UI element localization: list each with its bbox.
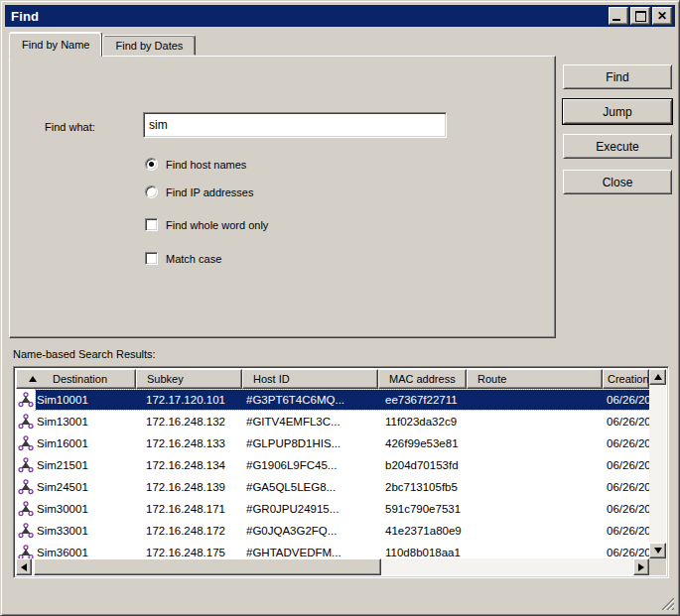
close-action-button[interactable]: Close [563, 170, 672, 194]
titlebar[interactable]: Find ✕ [5, 5, 675, 27]
host-icon-cell [16, 414, 36, 430]
cell-destination: Sim10001 [36, 394, 136, 406]
cell-creation: 06/26/201 [603, 547, 649, 558]
minimize-button[interactable] [609, 7, 628, 25]
results-table: Destination Subkey Host ID MAC address R… [13, 366, 669, 578]
host-network-icon [18, 545, 34, 558]
horizontal-scroll-thumb[interactable] [34, 558, 381, 575]
cell-subkey: 172.16.248.172 [136, 525, 242, 537]
radio-button-icon[interactable] [145, 158, 158, 171]
vertical-scrollbar[interactable] [649, 369, 666, 558]
horizontal-scroll-track[interactable] [381, 558, 633, 575]
table-rows: Sim10001172.17.120.101#G3PT6T4C6MQ...ee7… [16, 389, 649, 558]
results-label: Name-based Search Results: [13, 348, 156, 360]
host-network-icon [18, 435, 34, 451]
scroll-right-button[interactable] [633, 558, 649, 575]
host-icon-cell [16, 545, 36, 558]
cell-destination: Sim36001 [36, 547, 136, 558]
cell-subkey: 172.16.248.171 [136, 503, 242, 515]
cell-mac_address: 2bc713105fb5 [378, 481, 467, 493]
scroll-down-button[interactable] [649, 543, 666, 558]
cell-subkey: 172.16.248.139 [136, 481, 242, 493]
host-icon-cell [16, 501, 36, 517]
jump-button[interactable]: Jump [563, 99, 672, 124]
radio-find-host-names[interactable]: Find host names [145, 158, 246, 171]
scroll-left-button[interactable] [16, 558, 32, 575]
column-header-destination[interactable]: Destination [16, 369, 136, 389]
table-row[interactable]: Sim13001172.16.248.132#GITV4EMFL3C...11f… [16, 411, 649, 432]
cell-host_id: #GLPUP8D1HIS... [242, 437, 378, 449]
column-header-route[interactable]: Route [467, 369, 603, 389]
cell-host_id: #GHTADVEDFM... [242, 547, 378, 558]
checkbox-icon[interactable] [145, 218, 158, 231]
host-icon-cell [16, 392, 36, 408]
checkbox-find-whole-word[interactable]: Find whole word only [145, 218, 268, 231]
resize-grip[interactable] [659, 595, 674, 610]
cell-host_id: #GITV4EMFL3C... [242, 416, 378, 428]
vertical-scroll-track[interactable] [649, 385, 666, 543]
cell-destination: Sim16001 [36, 437, 136, 449]
table-row[interactable]: Sim16001172.16.248.133#GLPUP8D1HIS...426… [16, 432, 649, 454]
table-row[interactable]: Sim36001172.16.248.175#GHTADVEDFM...110d… [16, 542, 649, 558]
minimize-icon [612, 19, 620, 21]
host-icon-cell [16, 479, 36, 495]
host-icon-cell [16, 523, 36, 539]
maximize-icon [635, 11, 646, 22]
table-row[interactable]: Sim30001172.16.248.171#GR0JPU24915...591… [16, 498, 649, 520]
cell-creation: 06/26/201 [603, 503, 649, 515]
table-row[interactable]: Sim33001172.16.248.172#G0JQA3G2FQ...41e2… [16, 520, 649, 542]
scroll-up-button[interactable] [649, 369, 666, 385]
arrow-up-icon [654, 374, 662, 380]
tab-find-by-dates[interactable]: Find by Dates [102, 35, 196, 56]
cell-subkey: 172.16.248.175 [136, 547, 242, 558]
cell-mac_address: 41e2371a80e9 [378, 525, 467, 537]
cell-mac_address: 110d8b018aa1 [378, 547, 467, 558]
column-header-creation[interactable]: Creation ( [603, 369, 649, 389]
checkbox-label: Match case [166, 253, 221, 265]
maximize-button[interactable] [630, 7, 650, 25]
column-header-subkey[interactable]: Subkey [136, 369, 242, 389]
close-button[interactable]: ✕ [652, 7, 672, 25]
column-header-host-id[interactable]: Host ID [242, 369, 378, 389]
column-header-mac-address[interactable]: MAC address [378, 369, 467, 389]
arrow-right-icon [638, 563, 644, 571]
sort-ascending-icon [29, 376, 37, 382]
checkbox-icon[interactable] [145, 252, 158, 265]
host-network-icon [18, 414, 34, 430]
host-network-icon [18, 457, 34, 473]
table-row[interactable]: Sim21501172.16.248.134#G1906L9FC45...b20… [16, 454, 649, 476]
host-icon-cell [16, 457, 36, 473]
find-by-name-panel [9, 56, 556, 338]
cell-creation: 06/26/201 [603, 459, 649, 471]
host-network-icon [18, 523, 34, 539]
tab-find-by-name[interactable]: Find by Name [9, 32, 102, 57]
cell-subkey: 172.16.248.134 [136, 459, 242, 471]
horizontal-scrollbar[interactable] [16, 558, 649, 575]
execute-button[interactable]: Execute [563, 134, 672, 159]
window-title: Find [11, 9, 39, 24]
cell-destination: Sim13001 [36, 416, 136, 428]
radio-find-ip-addresses[interactable]: Find IP addresses [145, 185, 253, 198]
cell-mac_address: ee7367f22711 [378, 394, 467, 406]
cell-destination: Sim24501 [36, 481, 136, 493]
arrow-down-icon [654, 548, 662, 554]
cell-host_id: #G0JQA3G2FQ... [242, 525, 378, 537]
checkbox-label: Find whole word only [166, 219, 268, 231]
tabstrip: Find by Name Find by Dates [9, 32, 196, 56]
checkbox-match-case[interactable]: Match case [145, 252, 221, 265]
arrow-left-icon [21, 563, 27, 571]
cell-creation: 06/26/201 [603, 481, 649, 493]
radio-button-icon[interactable] [145, 185, 158, 198]
cell-subkey: 172.16.248.132 [136, 416, 242, 428]
scrollbar-corner [649, 558, 666, 575]
cell-subkey: 172.17.120.101 [136, 394, 242, 406]
cell-creation: 06/26/201 [603, 437, 649, 449]
find-button[interactable]: Find [563, 64, 672, 89]
find-dialog-window: Find ✕ Find by Name Find by Dates Find w… [0, 0, 680, 616]
table-row[interactable]: Sim24501172.16.248.139#GA5QL5LEG8...2bc7… [16, 476, 649, 498]
cell-mac_address: 591c790e7531 [378, 503, 467, 515]
find-what-input[interactable] [143, 112, 447, 138]
table-row[interactable]: Sim10001172.17.120.101#G3PT6T4C6MQ...ee7… [16, 389, 649, 411]
cell-host_id: #G3PT6T4C6MQ... [242, 394, 378, 406]
cell-creation: 06/26/201 [603, 525, 649, 537]
